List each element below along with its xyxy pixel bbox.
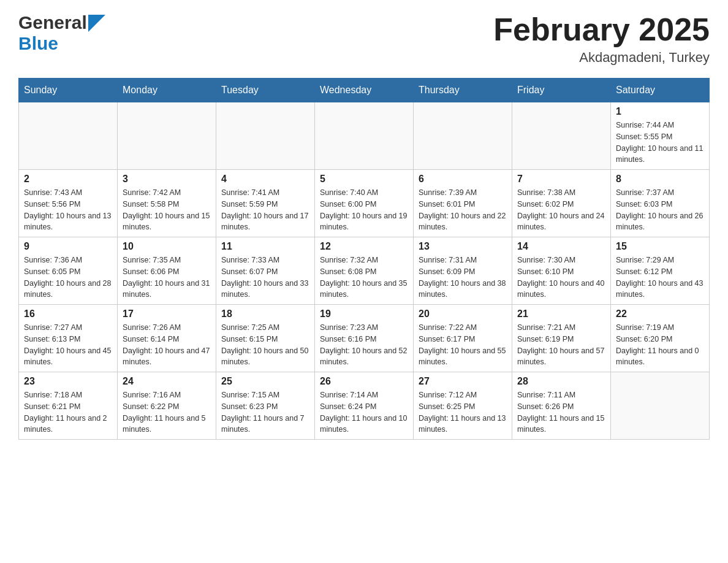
day-number: 13 [419,241,507,252]
day-number: 2 [24,174,112,185]
day-info: Sunrise: 7:42 AMSunset: 5:58 PMDaylight:… [123,187,211,233]
day-info: Sunrise: 7:40 AMSunset: 6:00 PMDaylight:… [320,187,408,233]
day-info: Sunrise: 7:32 AMSunset: 6:08 PMDaylight:… [320,255,408,301]
calendar-cell: 25Sunrise: 7:15 AMSunset: 6:23 PMDayligh… [216,372,315,440]
day-info: Sunrise: 7:39 AMSunset: 6:01 PMDaylight:… [419,187,507,233]
day-number: 12 [320,241,408,252]
calendar-cell [611,372,710,440]
title-block: February 2025 Akdagmadeni, Turkey [493,12,710,66]
day-info: Sunrise: 7:26 AMSunset: 6:14 PMDaylight:… [123,322,211,368]
day-number: 21 [517,308,605,320]
day-number: 24 [123,376,211,387]
svg-marker-0 [88,15,105,32]
day-number: 10 [123,241,211,252]
calendar-cell: 1Sunrise: 7:44 AMSunset: 5:55 PMDaylight… [611,102,710,170]
calendar-cell: 2Sunrise: 7:43 AMSunset: 5:56 PMDaylight… [19,170,118,237]
day-number: 18 [221,308,309,320]
calendar-day-header: Friday [512,79,611,102]
day-info: Sunrise: 7:41 AMSunset: 5:59 PMDaylight:… [221,187,309,233]
day-info: Sunrise: 7:11 AMSunset: 6:26 PMDaylight:… [517,389,605,435]
day-number: 9 [24,241,112,252]
day-number: 17 [123,308,211,320]
calendar-cell: 17Sunrise: 7:26 AMSunset: 6:14 PMDayligh… [118,305,216,372]
day-info: Sunrise: 7:35 AMSunset: 6:06 PMDaylight:… [123,255,211,301]
calendar-cell: 19Sunrise: 7:23 AMSunset: 6:16 PMDayligh… [315,305,414,372]
calendar-cell: 20Sunrise: 7:22 AMSunset: 6:17 PMDayligh… [414,305,512,372]
day-info: Sunrise: 7:27 AMSunset: 6:13 PMDaylight:… [24,322,112,368]
day-number: 5 [320,174,408,185]
day-number: 11 [221,241,309,252]
day-number: 23 [24,376,112,387]
logo-blue-text: Blue [18,33,58,53]
calendar-week-row: 1Sunrise: 7:44 AMSunset: 5:55 PMDaylight… [19,102,710,170]
calendar-cell [414,102,512,170]
calendar-cell: 22Sunrise: 7:19 AMSunset: 6:20 PMDayligh… [611,305,710,372]
calendar-cell [315,102,414,170]
day-number: 26 [320,376,408,387]
day-info: Sunrise: 7:30 AMSunset: 6:10 PMDaylight:… [517,255,605,301]
day-info: Sunrise: 7:33 AMSunset: 6:07 PMDaylight:… [221,255,309,301]
calendar-cell: 11Sunrise: 7:33 AMSunset: 6:07 PMDayligh… [216,237,315,305]
calendar-cell: 10Sunrise: 7:35 AMSunset: 6:06 PMDayligh… [118,237,216,305]
day-info: Sunrise: 7:37 AMSunset: 6:03 PMDaylight:… [616,187,704,233]
day-info: Sunrise: 7:16 AMSunset: 6:22 PMDaylight:… [123,389,211,435]
day-number: 14 [517,241,605,252]
calendar-cell [512,102,611,170]
calendar-cell: 3Sunrise: 7:42 AMSunset: 5:58 PMDaylight… [118,170,216,237]
day-number: 7 [517,174,605,185]
day-info: Sunrise: 7:44 AMSunset: 5:55 PMDaylight:… [616,120,704,166]
day-info: Sunrise: 7:19 AMSunset: 6:20 PMDaylight:… [616,322,704,368]
calendar-cell: 14Sunrise: 7:30 AMSunset: 6:10 PMDayligh… [512,237,611,305]
calendar-cell: 26Sunrise: 7:14 AMSunset: 6:24 PMDayligh… [315,372,414,440]
calendar-day-header: Saturday [611,79,710,102]
calendar-day-header: Thursday [414,79,512,102]
day-info: Sunrise: 7:23 AMSunset: 6:16 PMDaylight:… [320,322,408,368]
calendar-week-row: 23Sunrise: 7:18 AMSunset: 6:21 PMDayligh… [19,372,710,440]
calendar-cell: 12Sunrise: 7:32 AMSunset: 6:08 PMDayligh… [315,237,414,305]
day-info: Sunrise: 7:38 AMSunset: 6:02 PMDaylight:… [517,187,605,233]
day-number: 3 [123,174,211,185]
location-title: Akdagmadeni, Turkey [493,50,710,66]
calendar-cell: 27Sunrise: 7:12 AMSunset: 6:25 PMDayligh… [414,372,512,440]
calendar-cell [216,102,315,170]
logo: General Blue [18,12,105,54]
calendar-cell: 9Sunrise: 7:36 AMSunset: 6:05 PMDaylight… [19,237,118,305]
day-number: 4 [221,174,309,185]
calendar-header-row: SundayMondayTuesdayWednesdayThursdayFrid… [19,79,710,102]
day-number: 22 [616,308,704,320]
calendar-cell: 7Sunrise: 7:38 AMSunset: 6:02 PMDaylight… [512,170,611,237]
logo-general-text: General [18,12,87,33]
day-number: 16 [24,308,112,320]
day-info: Sunrise: 7:21 AMSunset: 6:19 PMDaylight:… [517,322,605,368]
day-info: Sunrise: 7:15 AMSunset: 6:23 PMDaylight:… [221,389,309,435]
day-number: 15 [616,241,704,252]
logo-arrow-icon [88,15,105,32]
day-number: 8 [616,174,704,185]
calendar-day-header: Wednesday [315,79,414,102]
calendar-table: SundayMondayTuesdayWednesdayThursdayFrid… [18,78,710,440]
calendar-cell: 18Sunrise: 7:25 AMSunset: 6:15 PMDayligh… [216,305,315,372]
day-number: 25 [221,376,309,387]
calendar-cell [19,102,118,170]
calendar-cell: 4Sunrise: 7:41 AMSunset: 5:59 PMDaylight… [216,170,315,237]
calendar-cell: 28Sunrise: 7:11 AMSunset: 6:26 PMDayligh… [512,372,611,440]
day-info: Sunrise: 7:36 AMSunset: 6:05 PMDaylight:… [24,255,112,301]
calendar-cell: 21Sunrise: 7:21 AMSunset: 6:19 PMDayligh… [512,305,611,372]
calendar-cell: 6Sunrise: 7:39 AMSunset: 6:01 PMDaylight… [414,170,512,237]
day-number: 27 [419,376,507,387]
calendar-week-row: 9Sunrise: 7:36 AMSunset: 6:05 PMDaylight… [19,237,710,305]
day-info: Sunrise: 7:31 AMSunset: 6:09 PMDaylight:… [419,255,507,301]
day-number: 28 [517,376,605,387]
calendar-cell: 16Sunrise: 7:27 AMSunset: 6:13 PMDayligh… [19,305,118,372]
calendar-week-row: 16Sunrise: 7:27 AMSunset: 6:13 PMDayligh… [19,305,710,372]
calendar-cell: 24Sunrise: 7:16 AMSunset: 6:22 PMDayligh… [118,372,216,440]
day-info: Sunrise: 7:25 AMSunset: 6:15 PMDaylight:… [221,322,309,368]
day-info: Sunrise: 7:18 AMSunset: 6:21 PMDaylight:… [24,389,112,435]
day-info: Sunrise: 7:22 AMSunset: 6:17 PMDaylight:… [419,322,507,368]
page-header: General Blue February 2025 Akdagmadeni, … [18,12,710,66]
calendar-cell: 15Sunrise: 7:29 AMSunset: 6:12 PMDayligh… [611,237,710,305]
month-title: February 2025 [493,12,710,47]
day-info: Sunrise: 7:29 AMSunset: 6:12 PMDaylight:… [616,255,704,301]
calendar-day-header: Sunday [19,79,118,102]
calendar-cell: 13Sunrise: 7:31 AMSunset: 6:09 PMDayligh… [414,237,512,305]
